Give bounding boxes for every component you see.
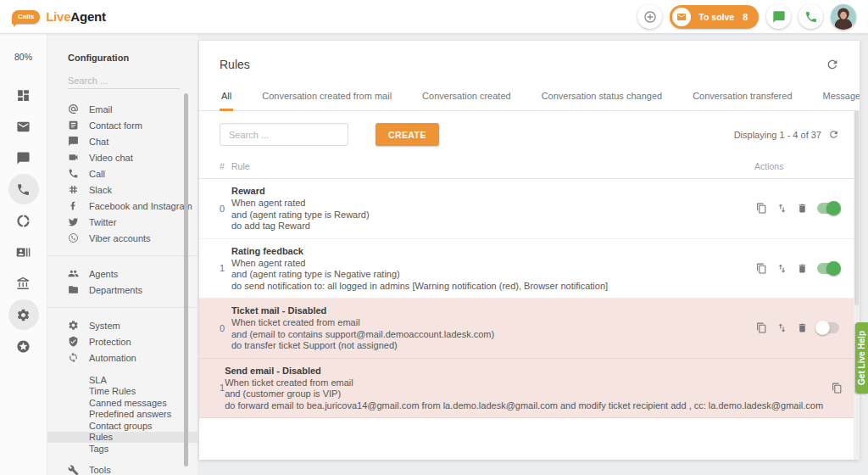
rail-item-customers[interactable]: [8, 237, 39, 267]
rule-body: Reward When agent ratedand (agent rating…: [231, 185, 754, 232]
tab[interactable]: Message group added: [821, 86, 860, 111]
sidebar-item[interactable]: Call: [47, 165, 198, 182]
phone-icon: [16, 182, 31, 197]
user-avatar[interactable]: [831, 4, 856, 30]
refresh-list-button[interactable]: [828, 129, 839, 140]
rules-search-input[interactable]: [220, 123, 348, 146]
copy-rule-icon[interactable]: [756, 322, 767, 333]
rail-item-reports[interactable]: [8, 205, 39, 236]
sidebar-item[interactable]: Viber accounts: [47, 230, 198, 246]
sidebar-item[interactable]: Video chat: [47, 149, 198, 165]
sidebar-item[interactable]: Departments: [47, 282, 198, 298]
rule-body: Send email - Disabled When ticket create…: [225, 365, 832, 412]
rail-item-configuration[interactable]: [8, 299, 39, 330]
rail-item-starred[interactable]: [8, 331, 39, 361]
add-new-button[interactable]: [637, 4, 662, 29]
sidebar-item[interactable]: System: [47, 317, 198, 333]
tab-label: All: [221, 91, 231, 101]
sidebar-subitem[interactable]: SLA: [47, 374, 198, 386]
rule-body: Ticket mail - Disabled When ticket creat…: [231, 305, 754, 352]
sidebar-item[interactable]: Slack: [47, 182, 198, 198]
calls-badge: Calls: [12, 10, 40, 24]
rules-tabs: All Conversation created from mail Conve…: [199, 83, 860, 111]
chats-button[interactable]: [766, 4, 791, 29]
rule-enabled-toggle[interactable]: [817, 203, 839, 214]
rule-enabled-toggle[interactable]: [817, 322, 839, 333]
sidebar-subitem[interactable]: Predefined answers: [47, 409, 198, 421]
pagination-info: Displaying 1 - 4 of 37: [734, 129, 839, 140]
tab[interactable]: Conversation transfered: [691, 86, 793, 111]
video-chat-icon: [68, 152, 79, 163]
automation-icon: [68, 352, 79, 363]
rail-item-academy[interactable]: [8, 268, 39, 299]
sidebar-item[interactable]: Chat: [47, 133, 198, 149]
sidebar-subitem[interactable]: Canned messages: [47, 397, 198, 409]
tab[interactable]: Conversation created: [420, 86, 513, 111]
sidebar-item-label: Viber accounts: [89, 233, 151, 243]
calls-button[interactable]: [798, 4, 823, 29]
delete-rule-icon[interactable]: [797, 203, 808, 214]
rule-lines: When agent ratedand (agent rating type i…: [231, 198, 746, 232]
delete-rule-icon[interactable]: [797, 322, 808, 333]
tab-label: Conversation status changed: [542, 91, 662, 101]
rule-enabled-toggle[interactable]: [817, 263, 839, 274]
tab[interactable]: All: [220, 86, 233, 111]
panel-scrollbar[interactable]: [854, 110, 860, 460]
rule-title: Rating feedback: [231, 245, 746, 257]
toggle-knob: [826, 261, 841, 276]
tab-label: Conversation created from mail: [262, 91, 392, 101]
refresh-panel-button[interactable]: [826, 58, 839, 71]
tab-label: Message group added: [823, 91, 860, 101]
to-solve-button[interactable]: To solve 8: [670, 5, 759, 29]
phone-icon: [804, 10, 818, 24]
rail-item-calls[interactable]: [8, 174, 39, 204]
copy-rule-icon[interactable]: [756, 263, 767, 274]
sidebar-item-label: Facebook and Instagram: [89, 201, 192, 211]
divider: [47, 307, 198, 308]
sidebar-item-label: Departments: [89, 285, 142, 295]
automation-sublist: SLA Time Rules Canned messages Predefine…: [47, 374, 198, 455]
chat-icon: [772, 10, 786, 24]
sidebar-item[interactable]: Facebook and Instagram: [47, 198, 198, 214]
sidebar-item[interactable]: Automation: [47, 349, 198, 366]
rail-item-dashboard[interactable]: [8, 80, 39, 110]
sidebar-subitem[interactable]: Time Rules: [47, 386, 198, 398]
reorder-rule-icon[interactable]: [776, 322, 787, 333]
create-rule-button[interactable]: CREATE: [376, 123, 439, 146]
sidebar-scrollbar[interactable]: [184, 93, 188, 467]
usage-percent: 80%: [14, 52, 32, 62]
copy-rule-icon[interactable]: [756, 203, 767, 214]
sidebar-item-label: Chat: [89, 137, 108, 147]
rule-lines: When ticket created from emailand (email…: [231, 317, 746, 352]
tab-list: All Conversation created from mail Conve…: [220, 86, 860, 110]
sidebar-subitem[interactable]: Tags: [47, 443, 198, 455]
contact-form-icon: [68, 120, 79, 131]
sidebar-item[interactable]: Agents: [47, 265, 198, 282]
sidebar-item[interactable]: Email: [47, 101, 198, 117]
rule-lines: When agent ratedand (agent rating type i…: [231, 258, 746, 293]
sidebar-item[interactable]: Twitter: [47, 214, 198, 230]
panel-scrollbar-thumb[interactable]: [854, 110, 859, 305]
tab[interactable]: Conversation created from mail: [260, 86, 393, 111]
get-live-help-button[interactable]: Get Live Help: [855, 322, 868, 394]
toggle-knob: [815, 321, 830, 335]
copy-rule-icon[interactable]: [832, 383, 843, 394]
sidebar-item[interactable]: Contact form: [47, 117, 198, 133]
rail-item-tickets[interactable]: [8, 111, 39, 142]
sidebar-item-tools[interactable]: Tools: [47, 462, 198, 475]
rail-item-chats[interactable]: [8, 142, 39, 173]
reorder-rule-icon[interactable]: [776, 263, 787, 274]
to-solve-label: To solve: [698, 12, 734, 22]
sidebar-search-input[interactable]: [68, 73, 180, 89]
rule-actions: [754, 185, 839, 232]
donut-chart-icon: [16, 214, 31, 228]
sidebar-subitem[interactable]: Contact groups: [47, 420, 198, 432]
tab[interactable]: Conversation status changed: [540, 86, 664, 111]
sidebar-item[interactable]: Protection: [47, 333, 198, 349]
reorder-rule-icon[interactable]: [776, 203, 787, 214]
sidebar-subitem[interactable]: Rules: [47, 432, 198, 444]
refresh-icon: [828, 129, 839, 140]
delete-rule-icon[interactable]: [797, 263, 808, 274]
chat-icon: [68, 136, 79, 147]
sidebar-subitem-label: Predefined answers: [89, 409, 171, 419]
